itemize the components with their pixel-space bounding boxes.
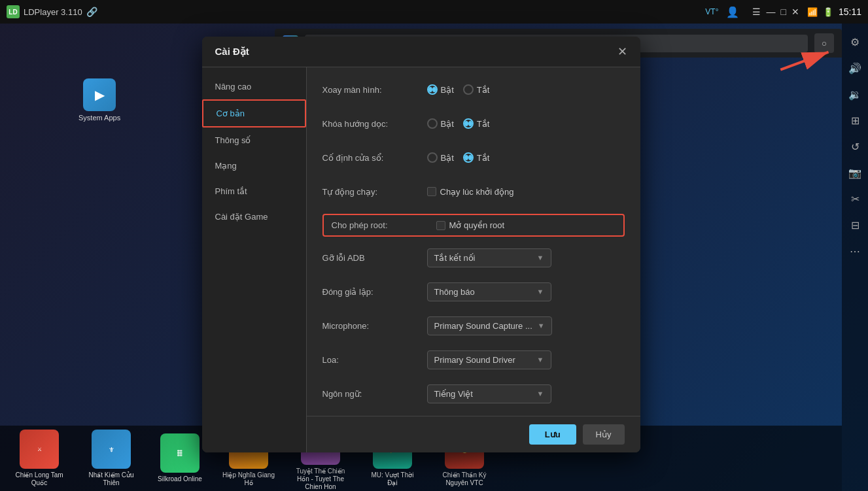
radio-co-dinh-bat[interactable]: Bật xyxy=(427,152,454,163)
chevron-down-icon-3: ▼ xyxy=(538,322,545,330)
nav-item-mang[interactable]: Mạng xyxy=(202,153,306,178)
close-icon[interactable]: ✕ xyxy=(791,7,799,17)
label-cho-phep-root: Cho phép root: xyxy=(332,220,436,230)
chevron-down-icon: ▼ xyxy=(537,254,544,262)
nav-item-co-ban[interactable]: Cơ bản xyxy=(202,99,306,127)
row-ngon-ngu: Ngôn ngữ: Tiếng Việt ▼ xyxy=(322,382,625,405)
label-microphone: Microphone: xyxy=(322,321,427,331)
radio-circle-khoa-tat xyxy=(463,118,474,129)
modal-title: Cài Đặt xyxy=(215,46,249,58)
radio-circle-co-dinh-bat xyxy=(427,152,438,163)
row-dong-gia-lap: Đóng giả lập: Thông báo ▼ xyxy=(322,280,625,303)
label-go-loi-adb: Gỡ lỗi ADB xyxy=(322,253,427,263)
row-go-loi-adb: Gỡ lỗi ADB Tắt kết nối ▼ xyxy=(322,246,625,269)
chevron-down-icon-5: ▼ xyxy=(537,390,544,398)
row-cho-phep-root-highlighted: Cho phép root: Mở quyền root xyxy=(322,214,625,237)
label-co-dinh-cua-so: Cố định cửa sổ: xyxy=(322,153,427,163)
save-button[interactable]: Lưu xyxy=(529,424,576,445)
select-ngon-ngu-value: Tiếng Việt xyxy=(434,389,473,399)
radio-co-dinh: Bật Tắt xyxy=(427,152,490,163)
modal-overlay: Cài Đặt ✕ Nâng cao Cơ bản Thông số Mạng … xyxy=(0,24,842,426)
label-xoay-man-hinh: Xoay màn hình: xyxy=(322,85,427,95)
grid-icon[interactable]: ⊞ xyxy=(843,109,867,132)
nav-item-thong-so[interactable]: Thông số xyxy=(202,127,306,153)
chevron-down-icon-2: ▼ xyxy=(537,288,544,296)
settings-icon[interactable]: ⚙ xyxy=(843,30,867,54)
select-dong-gia-lap[interactable]: Thông báo ▼ xyxy=(427,282,551,301)
row-khoa-huong-doc: Khóa hướng dọc: Bật Tắt xyxy=(322,112,625,135)
radio-khoa: Bật Tắt xyxy=(427,118,490,129)
wifi-icon: 📶 xyxy=(807,7,818,17)
app-label-mu: MU: Vượt Thời Đại xyxy=(366,471,419,487)
topbar-menu-icon[interactable]: ☰ xyxy=(752,7,761,17)
radio-circle-khoa-bat xyxy=(427,118,438,129)
chevron-down-icon-4: ▼ xyxy=(537,356,544,364)
checkbox-box-tu-dong xyxy=(427,187,436,196)
select-go-loi-adb[interactable]: Tắt kết nối ▼ xyxy=(427,248,551,267)
app-nhat-kiem[interactable]: 🗡 Nhất Kiếm Cửu Thiên xyxy=(85,430,137,487)
app-label-hiep-nghia: Hiệp Nghĩa Giang Hồ xyxy=(222,471,275,487)
app-icon-chien-long: ⚔ xyxy=(20,430,59,469)
window-controls: ☰ — □ ✕ xyxy=(752,7,799,17)
app-label-tuyet-the: Tuyệt Thế Chiến Hồn - Tuyet The Chien Ho… xyxy=(294,467,347,491)
select-loa[interactable]: Primary Sound Driver ▼ xyxy=(427,350,551,369)
row-xoay-man-hinh: Xoay màn hình: Bật Tắt xyxy=(322,78,625,101)
radio-circle-xoay-bat xyxy=(427,84,438,95)
select-go-loi-adb-value: Tắt kết nối xyxy=(434,253,476,263)
desktop: LD LDPlayer 3.110 🔗 VT° 👤 ☰ — □ ✕ 📶 🔋 15… xyxy=(0,0,868,491)
app-label-chien-long: Chiến Long Tam Quốc xyxy=(13,471,65,487)
cancel-button[interactable]: Hủy xyxy=(583,424,625,445)
select-microphone[interactable]: Primary Sound Capture ... ▼ xyxy=(427,316,552,335)
label-ngon-ngu: Ngôn ngữ: xyxy=(322,389,427,399)
radio-xoay: Bật Tắt xyxy=(427,84,490,95)
layout-icon[interactable]: ⊟ xyxy=(843,213,867,237)
app-title: LDPlayer 3.110 xyxy=(24,7,82,17)
app-label-silkroad: Silkroad Online xyxy=(158,475,202,483)
select-loa-value: Primary Sound Driver xyxy=(434,355,515,365)
checkbox-tu-dong-chay[interactable]: Chạy lúc khởi động xyxy=(427,187,514,197)
nav-item-phim-tat[interactable]: Phím tắt xyxy=(202,178,306,204)
checkbox-cho-phep-root[interactable]: Mở quyền root xyxy=(436,220,505,230)
radio-co-dinh-tat[interactable]: Tắt xyxy=(463,152,490,163)
minimize-icon[interactable]: — xyxy=(766,7,775,17)
account-icon[interactable]: 👤 xyxy=(726,6,739,18)
settings-modal: Cài Đặt ✕ Nâng cao Cơ bản Thông số Mạng … xyxy=(202,37,640,452)
nav-item-cai-dat-game[interactable]: Cài đặt Game xyxy=(202,204,306,229)
modal-close-button[interactable]: ✕ xyxy=(617,46,627,58)
scissors-icon[interactable]: ✂ xyxy=(843,187,867,211)
modal-nav: Nâng cao Cơ bản Thông số Mạng Phím tắt C… xyxy=(202,67,307,452)
modal-content: Xoay màn hình: Bật Tắt xyxy=(307,67,640,452)
topbar-link-icon: 🔗 xyxy=(86,7,97,17)
topbar-left: LD LDPlayer 3.110 🔗 xyxy=(7,5,97,18)
label-tu-dong-chay: Tự động chạy: xyxy=(322,187,427,197)
camera-icon[interactable]: 📷 xyxy=(843,161,867,184)
modal-footer: Lưu Hủy xyxy=(307,416,640,452)
select-ngon-ngu[interactable]: Tiếng Việt ▼ xyxy=(427,384,551,403)
more-icon[interactable]: ⋯ xyxy=(843,239,867,263)
app-icon-nhat-kiem: 🗡 xyxy=(92,430,131,469)
select-dong-gia-lap-value: Thông báo xyxy=(434,287,475,297)
battery-icon: 🔋 xyxy=(823,7,833,17)
radio-khoa-tat[interactable]: Tắt xyxy=(463,118,490,129)
volume-high-icon[interactable]: 🔊 xyxy=(843,56,867,80)
status-icons: 📶 🔋 15:11 xyxy=(807,7,861,17)
app-chien-long[interactable]: ⚔ Chiến Long Tam Quốc xyxy=(13,430,65,487)
app-silkroad[interactable]: 🛤 Silkroad Online xyxy=(157,433,203,483)
volume-low-icon[interactable]: 🔉 xyxy=(843,82,867,106)
radio-circle-xoay-tat xyxy=(463,84,474,95)
right-sidebar: ⚙ 🔊 🔉 ⊞ ↺ 📷 ✂ ⊟ ⋯ xyxy=(842,24,868,491)
app-icon-silkroad: 🛤 xyxy=(160,433,200,473)
modal-header: Cài Đặt ✕ xyxy=(202,37,640,67)
radio-xoay-tat[interactable]: Tắt xyxy=(463,84,490,95)
app-label-chien-than: Chiến Thần Ký Nguyên VTC xyxy=(438,471,491,487)
radio-xoay-bat[interactable]: Bật xyxy=(427,84,454,95)
select-microphone-value: Primary Sound Capture ... xyxy=(434,321,532,331)
label-loa: Loa: xyxy=(322,355,427,365)
row-tu-dong-chay: Tự động chạy: Chạy lúc khởi động xyxy=(322,180,625,203)
maximize-icon[interactable]: □ xyxy=(780,7,786,17)
nav-item-nang-cao[interactable]: Nâng cao xyxy=(202,74,306,99)
label-khoa-huong-doc: Khóa hướng dọc: xyxy=(322,119,427,129)
clock: 15:11 xyxy=(839,7,861,17)
refresh-icon[interactable]: ↺ xyxy=(843,135,867,158)
radio-khoa-bat[interactable]: Bật xyxy=(427,118,454,129)
